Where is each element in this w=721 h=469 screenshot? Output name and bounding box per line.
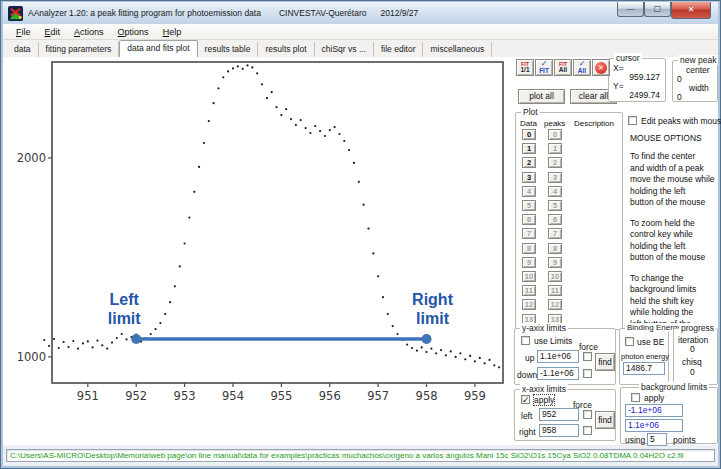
fit-all-auto-button[interactable]: ✓All bbox=[573, 59, 591, 76]
tab-results-table[interactable]: results table bbox=[198, 42, 259, 57]
peaks-row-button-9[interactable]: 9 bbox=[548, 257, 562, 268]
bg-low-field[interactable]: -1.1e+06 bbox=[625, 404, 683, 417]
up-limit-field[interactable]: 1.1e+06 bbox=[537, 350, 579, 363]
cursor-group: cursor X= 959.127 Y= 2499.74 bbox=[608, 58, 666, 102]
column-header-description: Description bbox=[574, 119, 614, 128]
maximize-button[interactable]: ▢ bbox=[644, 2, 671, 17]
right-limit-handle[interactable] bbox=[422, 334, 432, 344]
data-row-button-3[interactable]: 3 bbox=[522, 172, 536, 183]
fit-single-button[interactable]: FIT1/1 bbox=[516, 59, 534, 76]
peaks-row-button-11[interactable]: 11 bbox=[548, 285, 562, 296]
y-axis-limits-group: y-axix limits use Limits force up 1.1e+0… bbox=[514, 328, 616, 385]
bg-apply-checkbox[interactable] bbox=[631, 393, 640, 402]
right-force-checkbox[interactable] bbox=[583, 426, 592, 435]
peaks-row-button-4[interactable]: 4 bbox=[548, 186, 562, 197]
tab-data-and-fits-plot[interactable]: data and fits plot bbox=[119, 40, 197, 57]
y-find-button[interactable]: find bbox=[595, 353, 615, 371]
data-row-button-0[interactable]: 0 bbox=[522, 129, 536, 140]
menu-item-actions[interactable]: Actions bbox=[67, 26, 111, 38]
tab-results-plot[interactable]: results plot bbox=[258, 42, 314, 57]
fit-all-button[interactable]: FITAll bbox=[554, 59, 572, 76]
menu-item-file[interactable]: File bbox=[9, 26, 38, 38]
window-title-date: 2012/9/27 bbox=[381, 8, 419, 18]
data-row-button-4[interactable]: 4 bbox=[522, 186, 536, 197]
cursor-x-label: X= bbox=[613, 63, 624, 73]
app-icon bbox=[8, 6, 23, 21]
peaks-row-button-1[interactable]: 1 bbox=[548, 143, 562, 154]
tab-chisqr-vs-[interactable]: chiSqr vs ... bbox=[315, 42, 374, 57]
peaks-row-button-2[interactable]: 2 bbox=[548, 157, 562, 168]
new-peak-width-label: width bbox=[689, 83, 709, 93]
peaks-row-button-6[interactable]: 6 bbox=[548, 214, 562, 225]
data-row-button-2[interactable]: 2 bbox=[522, 157, 536, 168]
fit-single-auto-button[interactable]: ✓FIT bbox=[535, 59, 553, 76]
chisq-value: 0 bbox=[690, 367, 695, 377]
tab-strip: datafitting parametersdata and fits plot… bbox=[3, 40, 718, 57]
new-peak-group-label: new peak bbox=[678, 55, 718, 65]
left-limit-handle[interactable] bbox=[131, 334, 141, 344]
peaks-row-button-7[interactable]: 7 bbox=[548, 228, 562, 239]
right-limit-field[interactable]: 958 bbox=[539, 424, 579, 437]
data-row-button-9[interactable]: 9 bbox=[522, 257, 536, 268]
use-limits-checkbox[interactable] bbox=[521, 336, 530, 345]
stop-fit-button[interactable]: ✕ bbox=[592, 59, 610, 76]
x-tick-label: 955 bbox=[270, 389, 292, 403]
bg-points-field[interactable]: 5 bbox=[647, 433, 667, 446]
data-row-button-5[interactable]: 5 bbox=[522, 200, 536, 211]
photon-energy-field[interactable]: 1486.7 bbox=[623, 362, 665, 375]
close-button[interactable]: ✕ bbox=[671, 2, 711, 19]
data-plot[interactable]: 95195295395495595695795895910002000Leftl… bbox=[0, 57, 512, 445]
menu-item-edit[interactable]: Edit bbox=[38, 26, 68, 38]
peaks-row-button-5[interactable]: 5 bbox=[548, 200, 562, 211]
x-apply-checkbox[interactable] bbox=[521, 395, 530, 404]
data-row-button-11[interactable]: 11 bbox=[522, 285, 536, 296]
data-row-button-10[interactable]: 10 bbox=[522, 271, 536, 282]
x-find-button[interactable]: find bbox=[595, 411, 615, 429]
title-bar[interactable]: AAnalyzer 1.20: a peak fitting program f… bbox=[3, 2, 718, 24]
left-limit-field[interactable]: 952 bbox=[539, 408, 579, 421]
photon-energy-label: photon energy bbox=[621, 352, 669, 361]
new-peak-center-value: 0 bbox=[677, 74, 682, 84]
app-window: AAnalyzer 1.20: a peak fitting program f… bbox=[0, 0, 721, 469]
menu-item-options[interactable]: Options bbox=[111, 26, 156, 38]
x-tick-label: 957 bbox=[367, 389, 389, 403]
peaks-row-button-12[interactable]: 12 bbox=[548, 299, 562, 310]
peaks-row-button-10[interactable]: 10 bbox=[548, 271, 562, 282]
cursor-group-label: cursor bbox=[614, 53, 642, 63]
use-limits-label: use Limits bbox=[534, 336, 572, 346]
peaks-row-button-3[interactable]: 3 bbox=[548, 172, 562, 183]
data-row-button-7[interactable]: 7 bbox=[522, 228, 536, 239]
tab-file-editor[interactable]: file editor bbox=[374, 42, 424, 57]
data-row-button-1[interactable]: 1 bbox=[522, 143, 536, 154]
up-force-checkbox[interactable] bbox=[583, 352, 592, 361]
data-row-button-6[interactable]: 6 bbox=[522, 214, 536, 225]
stop-icon: ✕ bbox=[595, 62, 607, 74]
bg-using-label: using bbox=[625, 435, 645, 445]
new-peak-width-value: 0 bbox=[677, 92, 682, 102]
left-force-checkbox[interactable] bbox=[583, 410, 592, 419]
new-peak-center-label: center bbox=[686, 65, 710, 75]
edit-peaks-checkbox[interactable] bbox=[628, 116, 637, 125]
data-row-button-8[interactable]: 8 bbox=[522, 243, 536, 254]
mouse-options-paragraph: To zoom held the control key while holdi… bbox=[630, 218, 720, 264]
x-tick-label: 952 bbox=[125, 389, 147, 403]
y-tick-label: 1000 bbox=[17, 350, 46, 364]
background-limits-label: background limits bbox=[639, 382, 709, 392]
tab-data[interactable]: data bbox=[7, 42, 39, 57]
plot-all-button[interactable]: plot all bbox=[518, 89, 565, 104]
peaks-row-button-8[interactable]: 8 bbox=[548, 243, 562, 254]
y-tick-label: 2000 bbox=[17, 151, 46, 165]
menu-item-help[interactable]: Help bbox=[156, 26, 189, 38]
data-row-button-12[interactable]: 12 bbox=[522, 299, 536, 310]
down-limit-field[interactable]: -1.1e+06 bbox=[537, 367, 579, 380]
down-force-checkbox[interactable] bbox=[583, 369, 592, 378]
use-be-checkbox[interactable] bbox=[625, 337, 634, 346]
bg-high-field[interactable]: 1.1e+06 bbox=[625, 419, 683, 432]
progress-label: progress bbox=[679, 323, 716, 333]
tab-miscellaneous[interactable]: miscellaneous bbox=[423, 42, 492, 57]
minimize-button[interactable]: — bbox=[617, 2, 644, 17]
peaks-row-button-0[interactable]: 0 bbox=[548, 129, 562, 140]
tab-fitting-parameters[interactable]: fitting parameters bbox=[39, 42, 120, 57]
left-limit-label: Leftlimit bbox=[108, 291, 142, 327]
status-file-path: C:\Users\AS-MICRO\Desktop\Memoria\web pa… bbox=[6, 449, 715, 462]
